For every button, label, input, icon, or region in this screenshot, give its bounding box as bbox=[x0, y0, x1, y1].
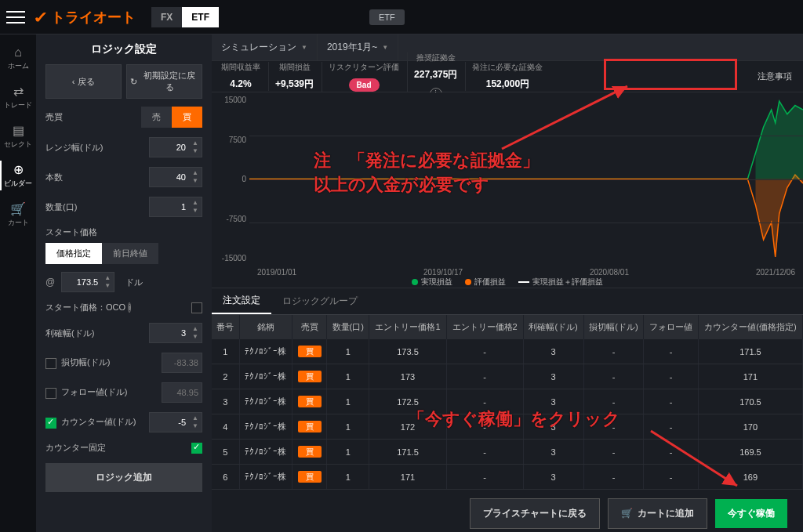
table-header: フォロー値 bbox=[644, 315, 698, 339]
add-logic-button[interactable]: ロジック追加 bbox=[45, 463, 202, 492]
sl-checkbox[interactable] bbox=[45, 358, 56, 369]
simulation-button[interactable]: シミュレーション▼ bbox=[212, 34, 318, 60]
buy-option[interactable]: 買 bbox=[172, 107, 202, 128]
order-tabs: 注文設定 ロジックグループ bbox=[212, 288, 803, 315]
follow-input[interactable] bbox=[162, 382, 202, 403]
buy-tag: 買 bbox=[298, 446, 322, 458]
sl-input[interactable] bbox=[162, 353, 202, 373]
counter-fix-label: カウンター固定 bbox=[45, 442, 106, 454]
highlight-required-margin bbox=[604, 59, 737, 90]
tp-input[interactable]: ▲▼ bbox=[149, 323, 202, 343]
sidebar-title: ロジック設定 bbox=[45, 42, 202, 56]
table-row[interactable]: 6ﾃｸﾉﾛｼﾞｰ株買1171-3--169 bbox=[212, 465, 803, 490]
table-header: 損切幅(ドル) bbox=[583, 315, 644, 339]
follow-checkbox[interactable] bbox=[45, 388, 56, 399]
topbar: ✓ トライオート FX ETF ETF bbox=[0, 0, 803, 34]
table-row[interactable]: 2ﾃｸﾉﾛｼﾞｰ株買1173-3--171 bbox=[212, 364, 803, 389]
up-icon[interactable]: ▲ bbox=[189, 139, 202, 147]
back-to-chart-button[interactable]: プライスチャートに戻る bbox=[470, 498, 600, 529]
table-row[interactable]: 5ﾃｸﾉﾛｼﾞｰ株買1171.5-3--169.5 bbox=[212, 440, 803, 465]
x-axis: 2019/01/01 2019/10/17 2020/08/01 2021/12… bbox=[249, 268, 803, 277]
rail-builder[interactable]: ⊕ビルダー bbox=[0, 157, 36, 194]
reset-button[interactable]: ↻初期設定に戻る bbox=[126, 64, 202, 99]
info-icon[interactable]: i bbox=[128, 302, 131, 313]
period-selector[interactable]: 2019年1月~▼ bbox=[318, 34, 398, 60]
chevron-down-icon: ▼ bbox=[382, 44, 388, 51]
logic-sidebar: ロジック設定 ‹戻る ↻初期設定に戻る 売買 売 買 レンジ幅(ドル) ▲▼ 本… bbox=[36, 34, 212, 532]
cart-icon: 🛒 bbox=[10, 201, 26, 216]
rail-trade[interactable]: ⇄トレード bbox=[0, 79, 36, 115]
qty-label: 数量(口) bbox=[45, 201, 77, 213]
oco-checkbox[interactable] bbox=[191, 302, 202, 313]
buy-tag: 買 bbox=[298, 371, 322, 382]
tp-label: 利確幅(ドル) bbox=[45, 328, 94, 339]
buysell-segment[interactable]: 売 買 bbox=[141, 107, 202, 128]
table-header: カウンター値(価格指定) bbox=[698, 315, 802, 339]
table-header: 利確幅(ドル) bbox=[523, 315, 583, 339]
metric-return: 期間収益率4.2% bbox=[215, 62, 267, 91]
tab-order-settings[interactable]: 注文設定 bbox=[212, 288, 271, 314]
table-header: エントリー価格2 bbox=[446, 315, 523, 339]
counter-checkbox[interactable] bbox=[45, 418, 56, 429]
table-row[interactable]: 3ﾃｸﾉﾛｼﾞｰ株買1172.5-3--170.5 bbox=[212, 389, 803, 414]
metric-risk: リスクリターン評価Bad bbox=[322, 62, 405, 92]
builder-icon: ⊕ bbox=[13, 162, 24, 177]
logo-text: トライオート bbox=[51, 8, 136, 27]
cart-icon: 🛒 bbox=[621, 508, 633, 519]
counter-label: カウンター値(ドル) bbox=[45, 416, 136, 428]
tab-logic-group[interactable]: ロジックグループ bbox=[271, 288, 369, 314]
left-rail: ⌂ホーム ⇄トレード ▤セレクト ⊕ビルダー 🛒カート bbox=[0, 34, 36, 532]
chart-legend: 実現損益 評価損益 実現損益＋評価損益 bbox=[212, 277, 803, 288]
sim-bar: シミュレーション▼ 2019年1月~▼ bbox=[212, 34, 803, 61]
table-row[interactable]: 1ﾃｸﾉﾛｼﾞｰ株買1173.5-3--171.5 bbox=[212, 339, 803, 364]
add-to-cart-button[interactable]: 🛒カートに追加 bbox=[608, 498, 707, 529]
etf-pill: ETF bbox=[369, 9, 405, 25]
table-row[interactable]: 4ﾃｸﾉﾛｼﾞｰ株買1172-3--170 bbox=[212, 414, 803, 440]
buysell-label: 売買 bbox=[45, 111, 63, 123]
warning-link[interactable]: 注意事項 bbox=[758, 71, 792, 82]
rail-cart[interactable]: 🛒カート bbox=[0, 197, 36, 233]
select-icon: ▤ bbox=[13, 123, 24, 138]
counter-input[interactable]: ▲▼ bbox=[149, 412, 202, 432]
toggle-fx[interactable]: FX bbox=[151, 7, 182, 27]
sell-option[interactable]: 売 bbox=[141, 107, 172, 128]
buy-tag: 買 bbox=[298, 471, 322, 483]
chevron-down-icon: ▼ bbox=[301, 44, 307, 51]
start-price-input[interactable]: ▲▼ bbox=[61, 272, 114, 292]
trade-icon: ⇄ bbox=[13, 84, 24, 99]
buy-tag: 買 bbox=[298, 346, 322, 357]
simulation-chart: 15000 7500 0 -7500 -15000 2019/01/01 201… bbox=[212, 92, 803, 288]
sl-label: 損切幅(ドル) bbox=[45, 356, 110, 368]
metric-required: 発注に必要な証拠金152,000円 bbox=[465, 62, 549, 91]
counter-fix-checkbox[interactable] bbox=[191, 443, 202, 454]
product-toggle[interactable]: FX ETF bbox=[151, 7, 219, 27]
rail-select[interactable]: ▤セレクト bbox=[0, 118, 36, 154]
range-label: レンジ幅(ドル) bbox=[45, 142, 103, 154]
unit-label: ドル bbox=[125, 277, 143, 288]
run-now-button[interactable]: 今すぐ稼働 bbox=[715, 499, 787, 528]
prev-close-option[interactable]: 前日終値 bbox=[102, 243, 158, 264]
down-icon[interactable]: ▼ bbox=[189, 147, 202, 155]
at-symbol: @ bbox=[45, 277, 55, 288]
metric-pl: 期間損益+9,539円 bbox=[268, 62, 320, 91]
refresh-icon: ↻ bbox=[130, 77, 137, 87]
table-header: 売買 bbox=[292, 315, 327, 339]
qty-input[interactable]: ▲▼ bbox=[149, 197, 202, 217]
metrics-bar: 期間収益率4.2% 期間損益+9,539円 リスクリターン評価Bad 推奨証拠金… bbox=[212, 61, 803, 92]
count-input[interactable]: ▲▼ bbox=[149, 167, 202, 187]
table-header: 銘柄 bbox=[239, 315, 292, 339]
price-spec-option[interactable]: 価格指定 bbox=[45, 243, 102, 264]
start-segment[interactable]: 価格指定 前日終値 bbox=[45, 243, 202, 264]
toggle-etf[interactable]: ETF bbox=[182, 7, 219, 27]
range-input[interactable]: ▲▼ bbox=[149, 137, 202, 157]
oco-label: スタート価格：OCO i bbox=[45, 302, 131, 313]
buy-tag: 買 bbox=[298, 421, 322, 432]
menu-icon[interactable] bbox=[6, 11, 25, 24]
home-icon: ⌂ bbox=[14, 45, 22, 60]
back-button[interactable]: ‹戻る bbox=[45, 64, 122, 99]
y-axis: 15000 7500 0 -7500 -15000 bbox=[212, 92, 249, 266]
main-panel: シミュレーション▼ 2019年1月~▼ 期間収益率4.2% 期間損益+9,539… bbox=[212, 34, 803, 532]
table-header: エントリー価格1 bbox=[369, 315, 446, 339]
rail-home[interactable]: ⌂ホーム bbox=[0, 41, 36, 76]
buy-tag: 買 bbox=[298, 396, 322, 407]
